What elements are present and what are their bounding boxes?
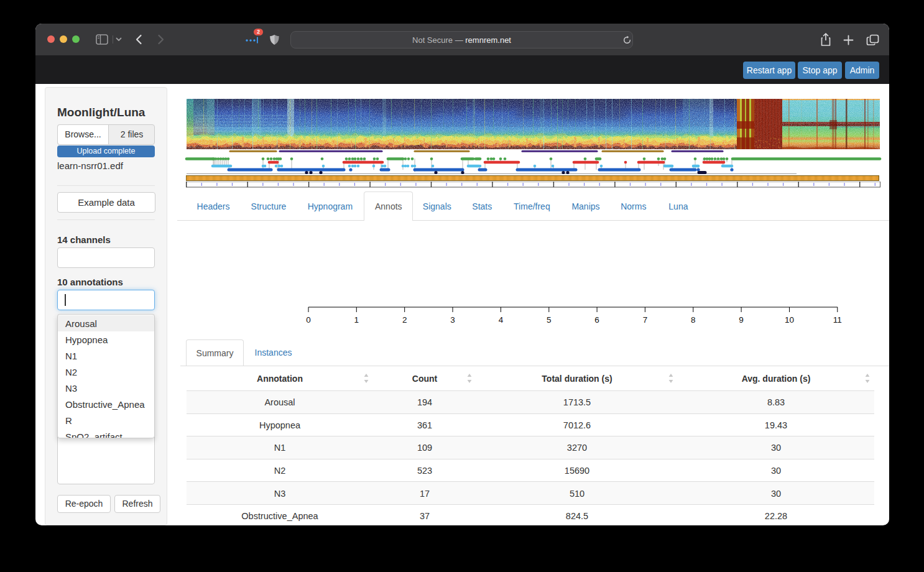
- svg-text:1: 1: [354, 315, 359, 325]
- svg-text:11: 11: [833, 315, 842, 325]
- svg-text:2: 2: [402, 315, 407, 325]
- svg-text:8: 8: [691, 315, 696, 325]
- svg-text:5: 5: [547, 315, 552, 325]
- svg-text:3: 3: [450, 315, 455, 325]
- svg-text:7: 7: [643, 315, 648, 325]
- svg-text:4: 4: [499, 315, 504, 325]
- svg-text:0: 0: [306, 315, 311, 325]
- svg-text:6: 6: [594, 315, 599, 325]
- svg-text:10: 10: [785, 315, 794, 325]
- svg-text:9: 9: [739, 315, 744, 325]
